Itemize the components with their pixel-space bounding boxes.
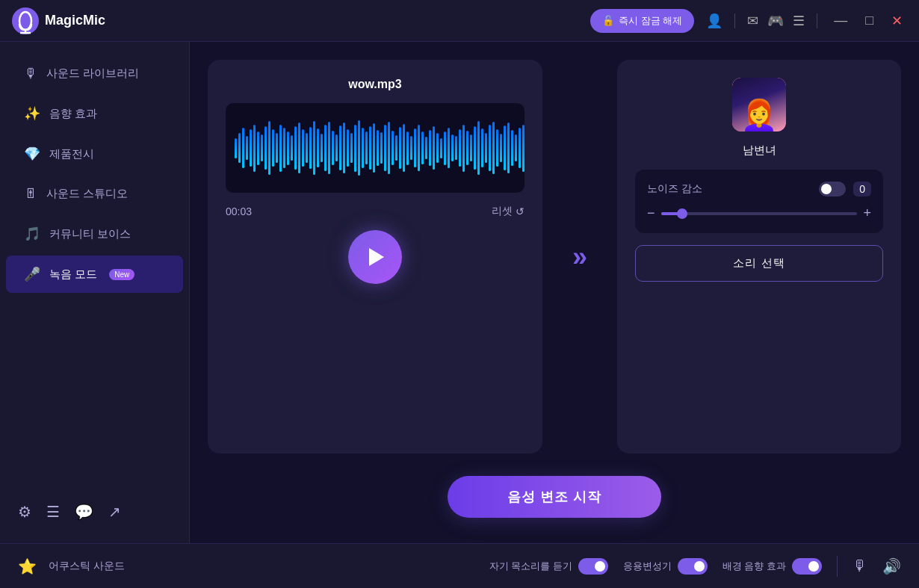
noise-slider[interactable] — [661, 212, 858, 215]
titlebar: MagicMic 🔓 즉시 잠금 해제 👤 ✉ 🎮 ☰ — □ ✕ — [0, 0, 919, 42]
waveform-bar — [388, 122, 390, 174]
waveform-bar — [276, 133, 278, 164]
app-title: MagicMic — [45, 13, 105, 28]
chat-icon[interactable]: 💬 — [75, 503, 93, 521]
microphone-button[interactable]: 🎙 — [853, 557, 867, 575]
waveform-bar — [283, 128, 285, 168]
minimize-button[interactable]: — — [829, 13, 852, 28]
self-listen-control: 자기 목소리를 듣기 — [489, 558, 608, 575]
slider-minus-button[interactable]: − — [647, 205, 655, 221]
waveform-bar — [470, 134, 472, 161]
voice-avatar: 👩‍🦰 — [732, 78, 786, 131]
waveform-bar — [421, 131, 424, 164]
waveform-bar — [377, 130, 379, 167]
community-icon: 🎵 — [24, 226, 40, 242]
close-button[interactable]: ✕ — [887, 13, 907, 29]
self-listen-toggle[interactable] — [578, 558, 608, 575]
start-voice-change-button[interactable]: 음성 변조 시작 — [448, 476, 661, 518]
waveform-bar — [279, 125, 282, 172]
waveform-bar — [425, 137, 427, 160]
waveform-bar — [384, 125, 386, 170]
list-icon[interactable]: ☰ — [46, 503, 60, 521]
waveform-bar — [433, 126, 435, 170]
noise-section: 노이즈 감소 0 − + — [635, 170, 883, 233]
start-btn-area: 음성 변조 시작 — [208, 468, 901, 525]
waveform-bar — [328, 122, 330, 174]
noise-toggle[interactable] — [819, 182, 846, 196]
playback-time: 00:03 — [226, 205, 252, 217]
sidebar-spacer — [0, 294, 189, 492]
slider-thumb[interactable] — [677, 208, 687, 219]
waveform-bar — [373, 123, 375, 173]
sound-select-button[interactable]: 소리 선택 — [635, 245, 883, 282]
waveform-bar — [519, 128, 521, 168]
waveform-bar — [354, 125, 356, 172]
content-area: wow.mp3 00:03 리셋 ↺ » — [190, 42, 919, 543]
sidebar-item-recording-mode[interactable]: 🎤 녹음 모드 New — [6, 256, 183, 293]
bg-effects-control: 배경 음향 효과 — [722, 558, 822, 575]
arrow-section: » — [557, 60, 602, 454]
sidebar-item-community-voice[interactable]: 🎵 커뮤니티 보이스 — [6, 215, 183, 253]
waveform-bar — [242, 128, 244, 168]
waveform-bar — [429, 130, 431, 167]
waveform-bar — [294, 126, 297, 170]
waveform-bar — [522, 125, 525, 172]
avatar-inner: 👩‍🦰 — [732, 78, 786, 131]
slider-plus-button[interactable]: + — [863, 205, 871, 221]
play-button[interactable] — [348, 230, 402, 284]
waveform-bar — [362, 128, 364, 168]
self-listen-label: 자기 목소리를 듣기 — [489, 560, 572, 573]
waveform-bar — [350, 133, 353, 163]
waveform-bar — [395, 135, 397, 161]
bottom-bar: ⭐ 어쿠스틱 사운드 자기 목소리를 듣기 응용변성기 배경 음향 효과 🎙 🔊 — [0, 543, 919, 588]
recording-icon: 🎤 — [24, 266, 40, 282]
acoustic-title: 어쿠스틱 사운드 — [49, 560, 477, 573]
waveform-bar — [332, 131, 334, 166]
sidebar-item-sound-library[interactable]: 🎙 사운드 라이브러리 — [6, 55, 183, 92]
waveform-bar — [492, 122, 495, 174]
sidebar-bottom: ⚙ ☰ 💬 ↗ — [0, 492, 189, 531]
titlebar-icons: 👤 ✉ 🎮 ☰ — □ ✕ — [706, 13, 907, 29]
waveform-bar — [436, 133, 439, 163]
waveform-bar — [418, 125, 420, 170]
recording-panel: wow.mp3 00:03 리셋 ↺ » — [208, 60, 901, 454]
waveform-bar — [369, 126, 371, 170]
waveform-bar — [392, 131, 394, 166]
file-name: wow.mp3 — [348, 78, 401, 91]
voice-card: 👩‍🦰 남변녀 노이즈 감소 0 − — [617, 60, 901, 454]
menu-icon[interactable]: ☰ — [793, 13, 805, 29]
waveform-bar — [253, 125, 256, 172]
waveform-bars — [235, 109, 516, 187]
mail-icon[interactable]: ✉ — [747, 13, 758, 29]
waveform-bar — [448, 128, 450, 168]
waveform-bar — [500, 134, 502, 162]
discord-icon[interactable]: 🎮 — [767, 13, 784, 29]
waveform-bar — [321, 134, 323, 162]
waveform-bar — [257, 131, 259, 165]
main-layout: 🎙 사운드 라이브러리 ✨ 음향 효과 💎 제품전시 🎚 사운드 스튜디오 🎵 … — [0, 42, 919, 543]
voice-changer-toggle[interactable] — [678, 558, 708, 575]
waveform-bar — [287, 131, 289, 165]
waveform-bar — [496, 129, 498, 167]
waveform-bar — [261, 134, 263, 161]
waveform-bar — [410, 136, 412, 160]
waveform-bar — [246, 136, 248, 160]
maximize-button[interactable]: □ — [861, 13, 878, 28]
sidebar-item-showcase[interactable]: 💎 제품전시 — [6, 135, 183, 173]
volume-button[interactable]: 🔊 — [882, 557, 901, 575]
bg-effects-toggle[interactable] — [792, 558, 822, 575]
settings-icon[interactable]: ⚙ — [18, 503, 31, 521]
sidebar-item-sound-studio[interactable]: 🎚 사운드 스튜디오 — [6, 176, 183, 212]
sidebar-item-sound-effects[interactable]: ✨ 음향 효과 — [6, 95, 183, 132]
reset-button[interactable]: 리셋 ↺ — [492, 205, 525, 218]
waveform-bar — [455, 136, 457, 160]
lock-button[interactable]: 🔓 즉시 잠금 해제 — [590, 9, 694, 33]
user-icon[interactable]: 👤 — [706, 13, 722, 29]
waveform-bar — [313, 121, 315, 175]
waveform-bar — [507, 123, 510, 173]
waveform-bar — [347, 129, 349, 167]
waveform-bar — [414, 129, 416, 167]
waveform-bar — [250, 129, 252, 167]
export-icon[interactable]: ↗ — [108, 503, 121, 521]
bg-effects-label: 배경 음향 효과 — [722, 560, 786, 573]
